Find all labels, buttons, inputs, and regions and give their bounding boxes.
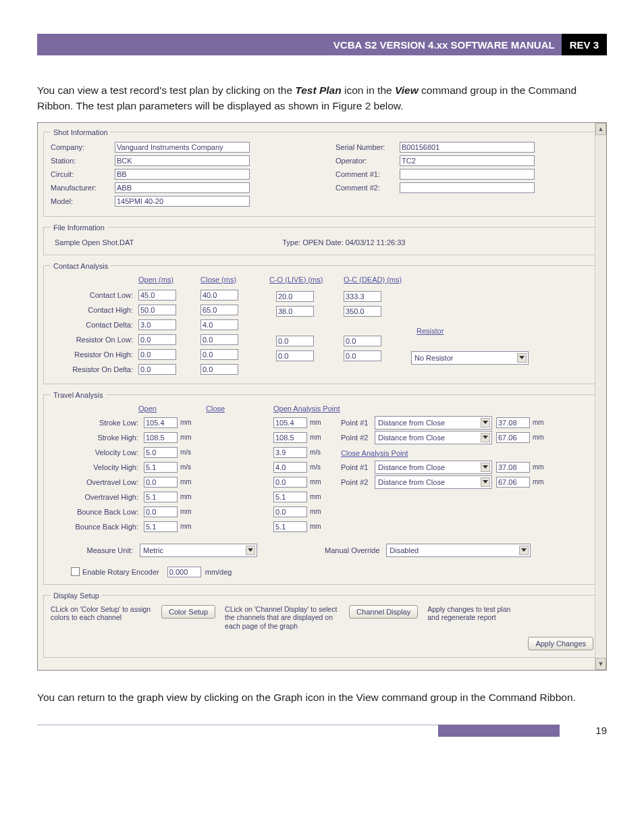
encoder-label: Enable Rotary Encoder — [82, 568, 159, 576]
circuit-input[interactable] — [115, 169, 250, 180]
lbl-ot-high: Overtravel High: — [51, 493, 144, 501]
channel-display-button[interactable]: Channel Display — [349, 605, 418, 619]
open-vel-high[interactable] — [144, 462, 178, 473]
chevron-down-icon — [519, 356, 525, 359]
close-bb-low[interactable] — [273, 506, 307, 517]
vertical-scrollbar[interactable]: ▲ ▼ — [595, 123, 606, 671]
shot-info-group: Shot Information Company: Station: Circu… — [43, 128, 601, 217]
color-setup-note: CLick on 'Color Setup' to assign colors … — [51, 605, 152, 622]
lbl-contact-delta: Contact Delta: — [51, 317, 138, 332]
oc-c[interactable] — [344, 336, 381, 346]
cap-p2-val[interactable] — [496, 477, 530, 488]
oc-d[interactable] — [344, 350, 381, 361]
open-stroke-high[interactable] — [144, 432, 178, 443]
header-accent — [37, 34, 72, 55]
chevron-down-icon — [248, 548, 253, 552]
head-co: C-O (LIVE) (ms) — [269, 276, 323, 284]
manufacturer-input[interactable] — [115, 182, 250, 193]
serial-label: Serial Number: — [336, 143, 400, 151]
oap-p2-lbl: Point #2 — [341, 434, 375, 442]
serial-input[interactable] — [400, 142, 535, 153]
open-ot-high[interactable] — [144, 492, 178, 502]
chevron-down-icon — [483, 421, 488, 424]
station-input[interactable] — [115, 155, 250, 166]
close-ot-high[interactable] — [273, 492, 307, 502]
open-contact-low[interactable] — [138, 290, 176, 301]
comment1-input[interactable] — [400, 169, 535, 180]
model-input[interactable] — [115, 196, 250, 207]
chevron-down-icon — [521, 548, 527, 552]
close-contact-delta[interactable] — [200, 319, 238, 330]
open-bb-high[interactable] — [144, 521, 178, 532]
close-contact-low[interactable] — [200, 290, 238, 301]
head-oc: O-C (DEAD) (ms) — [344, 276, 402, 284]
cap-p1-lbl: Point #1 — [341, 463, 375, 471]
header-title: VCBA S2 VERSION 4.xx SOFTWARE MANUAL — [72, 34, 562, 55]
co-d[interactable] — [276, 350, 314, 361]
close-stroke-low[interactable] — [273, 417, 307, 428]
co-a[interactable] — [276, 291, 314, 302]
display-setup-group: Display Setup CLick on 'Color Setup' to … — [43, 592, 601, 658]
close-vel-high[interactable] — [273, 462, 307, 473]
color-setup-button[interactable]: Color Setup — [161, 605, 215, 619]
cap-p1-select[interactable]: Distance from Close — [375, 461, 492, 474]
file-info-group: File Information Sample Open Shot.DAT Ty… — [43, 224, 601, 255]
chevron-down-icon — [483, 480, 488, 484]
comment2-input[interactable] — [400, 182, 535, 193]
lbl-vel-high: Velocity High: — [51, 463, 144, 471]
apply-changes-button[interactable]: Apply Changes — [528, 637, 593, 650]
oap-p2-val[interactable] — [496, 432, 530, 443]
contact-analysis-group: Contact Analysis Open (ms) Close (ms) C-… — [43, 262, 601, 384]
close-vel-low[interactable] — [273, 447, 307, 458]
lbl-res-high: Resistor On High: — [51, 347, 138, 362]
apply-changes-note: Apply changes to test plan and regenerat… — [427, 605, 522, 622]
close-contact-high[interactable] — [200, 305, 238, 315]
travel-legend: Travel Analysis — [51, 391, 106, 399]
close-stroke-high[interactable] — [273, 432, 307, 443]
open-bb-low[interactable] — [144, 506, 178, 517]
oap-p2-select[interactable]: Distance from Close — [375, 431, 492, 444]
page-number: 19 — [560, 725, 607, 737]
oc-b[interactable] — [344, 306, 381, 317]
open-res-high[interactable] — [138, 349, 176, 360]
scroll-up-icon[interactable]: ▲ — [595, 123, 606, 135]
oap-p1-select[interactable]: Distance from Close — [375, 416, 492, 429]
outro-paragraph: You can return to the graph view by clic… — [37, 689, 607, 705]
resistor-head: Resistor — [417, 327, 444, 335]
head-open: Open (ms) — [138, 276, 173, 284]
lbl-res-delta: Resistor On Delta: — [51, 362, 138, 377]
company-input[interactable] — [115, 142, 250, 153]
open-vel-low[interactable] — [144, 447, 178, 458]
measure-unit-select[interactable]: Metric — [140, 544, 257, 557]
close-res-high[interactable] — [200, 349, 238, 360]
page-footer: 19 — [37, 725, 607, 737]
encoder-value[interactable] — [167, 567, 201, 577]
open-res-low[interactable] — [138, 334, 176, 345]
co-b[interactable] — [276, 306, 314, 317]
oc-a[interactable] — [344, 291, 381, 302]
encoder-checkbox[interactable] — [71, 567, 80, 576]
open-stroke-low[interactable] — [144, 417, 178, 428]
oap-p1-val[interactable] — [496, 417, 530, 428]
open-contact-delta[interactable] — [138, 319, 176, 330]
manufacturer-label: Manufacturer: — [51, 184, 115, 192]
close-res-low[interactable] — [200, 334, 238, 345]
open-res-delta[interactable] — [138, 364, 176, 375]
manual-override-select[interactable]: Disabled — [386, 544, 531, 557]
scroll-down-icon[interactable]: ▼ — [595, 658, 606, 670]
close-bb-high[interactable] — [273, 521, 307, 532]
comment1-label: Comment #1: — [336, 170, 400, 178]
operator-label: Operator: — [336, 157, 400, 165]
resistor-select[interactable]: No Resistor — [411, 351, 529, 365]
cap-p1-val[interactable] — [496, 462, 530, 473]
file-name: Sample Open Shot.DAT — [55, 238, 134, 246]
operator-input[interactable] — [400, 155, 535, 166]
lbl-vel-low: Velocity Low: — [51, 448, 144, 457]
cap-p2-select[interactable]: Distance from Close — [375, 475, 492, 489]
open-ot-low[interactable] — [144, 477, 178, 488]
co-c[interactable] — [276, 336, 314, 346]
company-label: Company: — [51, 143, 115, 151]
open-contact-high[interactable] — [138, 305, 176, 315]
close-ot-low[interactable] — [273, 477, 307, 488]
close-res-delta[interactable] — [200, 364, 238, 375]
